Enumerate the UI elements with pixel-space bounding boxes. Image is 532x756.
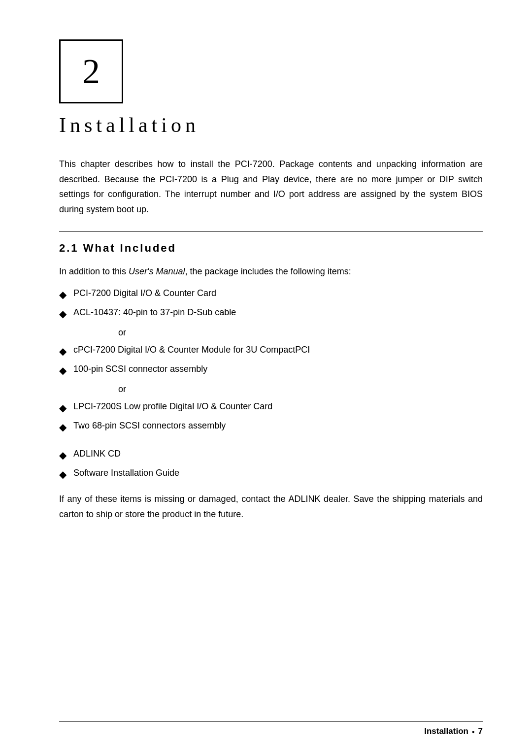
- bullet-list-2: ◆ cPCI-7200 Digital I/O & Counter Module…: [59, 343, 483, 378]
- section-intro-text-after: , the package includes the following ite…: [185, 266, 351, 276]
- bullet-diamond-icon: ◆: [59, 344, 66, 359]
- footer: Installation ● 7: [0, 721, 532, 736]
- chapter-number: 2: [82, 54, 100, 89]
- list-item-text: ADLINK CD: [73, 447, 121, 460]
- section-2-1-heading: 2.1 What Included: [59, 242, 483, 255]
- footer-bullet-icon: ●: [470, 729, 476, 734]
- bullet-list-1: ◆ PCI-7200 Digital I/O & Counter Card ◆ …: [59, 287, 483, 321]
- list-item: ◆ LPCI-7200S Low profile Digital I/O & C…: [59, 400, 483, 415]
- footer-text: Installation ● 7: [59, 726, 483, 736]
- list-item: ◆ Software Installation Guide: [59, 466, 483, 482]
- section-2-1-intro: In addition to this User's Manual, the p…: [59, 264, 483, 279]
- chapter-title: Installation: [59, 113, 483, 137]
- list-item-text: ACL-10437: 40-pin to 37-pin D-Sub cable: [73, 306, 236, 319]
- page: 2 Installation This chapter describes ho…: [0, 0, 532, 756]
- section-intro-text-before: In addition to this: [59, 266, 129, 276]
- bullet-diamond-icon: ◆: [59, 448, 66, 462]
- bullet-list-3: ◆ LPCI-7200S Low profile Digital I/O & C…: [59, 400, 483, 434]
- bullet-diamond-icon: ◆: [59, 400, 66, 415]
- or-label-1: or: [118, 326, 483, 339]
- list-item: ◆ 100-pin SCSI connector assembly: [59, 362, 483, 378]
- bullet-diamond-icon: ◆: [59, 363, 66, 378]
- bullet-diamond-icon: ◆: [59, 306, 66, 321]
- list-item-text: cPCI-7200 Digital I/O & Counter Module f…: [73, 343, 310, 357]
- bullet-diamond-icon: ◆: [59, 467, 66, 482]
- section-divider-top: [59, 231, 483, 232]
- intro-paragraph: This chapter describes how to install th…: [59, 157, 483, 217]
- list-item-text: LPCI-7200S Low profile Digital I/O & Cou…: [73, 400, 272, 413]
- closing-paragraph: If any of these items is missing or dama…: [59, 492, 483, 522]
- bullet-list-4: ◆ ADLINK CD ◆ Software Installation Guid…: [59, 447, 483, 482]
- section-intro-italic: User's Manual: [129, 266, 185, 276]
- list-item: ◆ Two 68-pin SCSI connectors assembly: [59, 419, 483, 434]
- list-item: ◆ PCI-7200 Digital I/O & Counter Card: [59, 287, 483, 302]
- list-item-text: Software Installation Guide: [73, 466, 179, 480]
- bullet-diamond-icon: ◆: [59, 420, 66, 434]
- footer-divider: [59, 721, 483, 722]
- list-item: ◆ ACL-10437: 40-pin to 37-pin D-Sub cabl…: [59, 306, 483, 321]
- list-item: ◆ cPCI-7200 Digital I/O & Counter Module…: [59, 343, 483, 359]
- or-label-2: or: [118, 383, 483, 396]
- list-item: ◆ ADLINK CD: [59, 447, 483, 462]
- footer-page-number: 7: [478, 726, 483, 736]
- bullet-diamond-icon: ◆: [59, 287, 66, 302]
- footer-chapter-label: Installation: [424, 726, 468, 736]
- list-item-text: 100-pin SCSI connector assembly: [73, 362, 207, 376]
- list-item-text: Two 68-pin SCSI connectors assembly: [73, 419, 226, 432]
- chapter-box: 2: [59, 39, 123, 103]
- list-item-text: PCI-7200 Digital I/O & Counter Card: [73, 287, 216, 300]
